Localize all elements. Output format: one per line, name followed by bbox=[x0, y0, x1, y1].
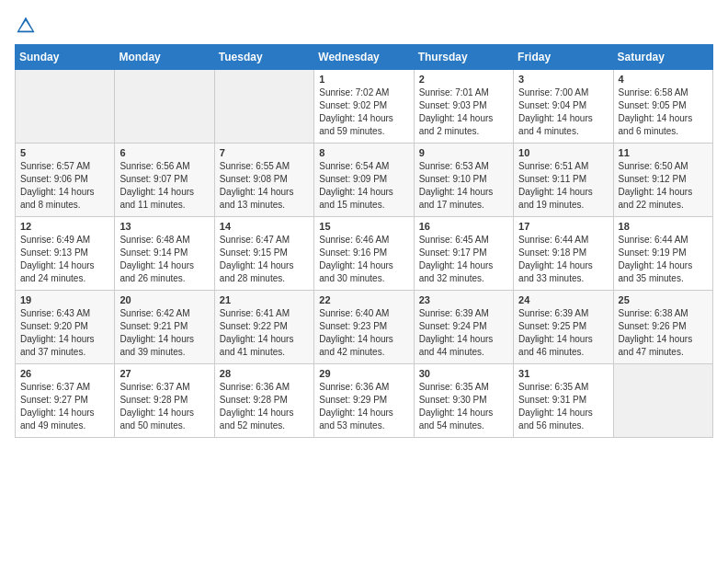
day-info: Sunrise: 7:02 AM Sunset: 9:02 PM Dayligh… bbox=[319, 86, 408, 138]
calendar-cell: 16Sunrise: 6:45 AM Sunset: 9:17 PM Dayli… bbox=[414, 217, 513, 291]
calendar-cell: 21Sunrise: 6:41 AM Sunset: 9:22 PM Dayli… bbox=[214, 291, 313, 364]
col-header-wednesday: Wednesday bbox=[314, 45, 414, 70]
col-header-tuesday: Tuesday bbox=[214, 45, 313, 70]
calendar-cell: 19Sunrise: 6:43 AM Sunset: 9:20 PM Dayli… bbox=[16, 291, 115, 364]
calendar-cell: 31Sunrise: 6:35 AM Sunset: 9:31 PM Dayli… bbox=[514, 364, 613, 438]
calendar-cell: 20Sunrise: 6:42 AM Sunset: 9:21 PM Dayli… bbox=[115, 291, 214, 364]
day-info: Sunrise: 6:47 AM Sunset: 9:15 PM Dayligh… bbox=[220, 234, 309, 285]
calendar-cell: 26Sunrise: 6:37 AM Sunset: 9:27 PM Dayli… bbox=[16, 364, 115, 438]
day-number: 15 bbox=[319, 221, 408, 232]
calendar-cell: 25Sunrise: 6:38 AM Sunset: 9:26 PM Dayli… bbox=[613, 291, 712, 364]
day-info: Sunrise: 6:36 AM Sunset: 9:28 PM Dayligh… bbox=[220, 381, 309, 432]
day-info: Sunrise: 6:38 AM Sunset: 9:26 PM Dayligh… bbox=[619, 307, 708, 359]
calendar-cell: 4Sunrise: 6:58 AM Sunset: 9:05 PM Daylig… bbox=[613, 70, 712, 144]
day-number: 26 bbox=[20, 368, 109, 379]
calendar-cell: 10Sunrise: 6:51 AM Sunset: 9:11 PM Dayli… bbox=[514, 144, 613, 217]
col-header-sunday: Sunday bbox=[16, 45, 115, 70]
day-info: Sunrise: 6:53 AM Sunset: 9:10 PM Dayligh… bbox=[419, 160, 508, 212]
logo bbox=[15, 15, 40, 37]
day-number: 7 bbox=[220, 147, 309, 158]
day-info: Sunrise: 6:55 AM Sunset: 9:08 PM Dayligh… bbox=[220, 160, 309, 212]
day-number: 8 bbox=[319, 147, 408, 158]
day-info: Sunrise: 6:44 AM Sunset: 9:18 PM Dayligh… bbox=[518, 234, 608, 285]
day-number: 19 bbox=[20, 294, 109, 305]
calendar-cell: 2Sunrise: 7:01 AM Sunset: 9:03 PM Daylig… bbox=[414, 70, 513, 144]
calendar-cell: 1Sunrise: 7:02 AM Sunset: 9:02 PM Daylig… bbox=[314, 70, 414, 144]
calendar-cell: 13Sunrise: 6:48 AM Sunset: 9:14 PM Dayli… bbox=[115, 217, 214, 291]
day-number: 21 bbox=[220, 294, 309, 305]
day-number: 9 bbox=[419, 147, 508, 158]
calendar-table: SundayMondayTuesdayWednesdayThursdayFrid… bbox=[15, 44, 713, 438]
day-info: Sunrise: 6:58 AM Sunset: 9:05 PM Dayligh… bbox=[619, 86, 708, 138]
calendar-cell: 28Sunrise: 6:36 AM Sunset: 9:28 PM Dayli… bbox=[214, 364, 313, 438]
calendar-cell: 5Sunrise: 6:57 AM Sunset: 9:06 PM Daylig… bbox=[16, 144, 115, 217]
calendar-cell: 18Sunrise: 6:44 AM Sunset: 9:19 PM Dayli… bbox=[613, 217, 712, 291]
day-info: Sunrise: 6:37 AM Sunset: 9:28 PM Dayligh… bbox=[119, 381, 209, 432]
day-number: 18 bbox=[619, 221, 708, 232]
day-info: Sunrise: 6:49 AM Sunset: 9:13 PM Dayligh… bbox=[20, 234, 109, 285]
calendar-cell: 30Sunrise: 6:35 AM Sunset: 9:30 PM Dayli… bbox=[414, 364, 513, 438]
day-number: 27 bbox=[119, 368, 209, 379]
col-header-monday: Monday bbox=[115, 45, 214, 70]
day-info: Sunrise: 6:39 AM Sunset: 9:24 PM Dayligh… bbox=[419, 307, 508, 359]
day-info: Sunrise: 6:37 AM Sunset: 9:27 PM Dayligh… bbox=[20, 381, 109, 432]
day-number: 20 bbox=[119, 294, 209, 305]
calendar-cell bbox=[214, 70, 313, 144]
calendar-cell: 11Sunrise: 6:50 AM Sunset: 9:12 PM Dayli… bbox=[613, 144, 712, 217]
calendar-cell: 3Sunrise: 7:00 AM Sunset: 9:04 PM Daylig… bbox=[514, 70, 613, 144]
day-info: Sunrise: 6:45 AM Sunset: 9:17 PM Dayligh… bbox=[419, 234, 508, 285]
day-number: 25 bbox=[619, 294, 708, 305]
day-number: 10 bbox=[518, 147, 608, 158]
day-number: 29 bbox=[319, 368, 408, 379]
day-info: Sunrise: 6:41 AM Sunset: 9:22 PM Dayligh… bbox=[220, 307, 309, 359]
day-number: 6 bbox=[119, 147, 209, 158]
day-number: 16 bbox=[419, 221, 508, 232]
day-number: 12 bbox=[20, 221, 109, 232]
day-info: Sunrise: 6:54 AM Sunset: 9:09 PM Dayligh… bbox=[319, 160, 408, 212]
day-info: Sunrise: 6:56 AM Sunset: 9:07 PM Dayligh… bbox=[119, 160, 209, 212]
day-info: Sunrise: 6:42 AM Sunset: 9:21 PM Dayligh… bbox=[119, 307, 209, 359]
day-info: Sunrise: 7:00 AM Sunset: 9:04 PM Dayligh… bbox=[518, 86, 608, 138]
day-number: 23 bbox=[419, 294, 508, 305]
day-number: 5 bbox=[20, 147, 109, 158]
day-info: Sunrise: 6:50 AM Sunset: 9:12 PM Dayligh… bbox=[619, 160, 708, 212]
calendar-cell: 22Sunrise: 6:40 AM Sunset: 9:23 PM Dayli… bbox=[314, 291, 414, 364]
col-header-thursday: Thursday bbox=[414, 45, 513, 70]
calendar-cell: 6Sunrise: 6:56 AM Sunset: 9:07 PM Daylig… bbox=[115, 144, 214, 217]
day-number: 14 bbox=[220, 221, 309, 232]
day-info: Sunrise: 6:35 AM Sunset: 9:30 PM Dayligh… bbox=[419, 381, 508, 432]
day-number: 28 bbox=[220, 368, 309, 379]
calendar-cell: 14Sunrise: 6:47 AM Sunset: 9:15 PM Dayli… bbox=[214, 217, 313, 291]
day-info: Sunrise: 6:40 AM Sunset: 9:23 PM Dayligh… bbox=[319, 307, 408, 359]
calendar-cell bbox=[16, 70, 115, 144]
col-header-saturday: Saturday bbox=[613, 45, 712, 70]
day-number: 13 bbox=[119, 221, 209, 232]
day-info: Sunrise: 6:46 AM Sunset: 9:16 PM Dayligh… bbox=[319, 234, 408, 285]
day-number: 24 bbox=[518, 294, 608, 305]
page-header bbox=[15, 15, 713, 37]
day-number: 31 bbox=[518, 368, 608, 379]
day-number: 3 bbox=[518, 74, 608, 85]
day-info: Sunrise: 6:36 AM Sunset: 9:29 PM Dayligh… bbox=[319, 381, 408, 432]
calendar-cell: 9Sunrise: 6:53 AM Sunset: 9:10 PM Daylig… bbox=[414, 144, 513, 217]
col-header-friday: Friday bbox=[514, 45, 613, 70]
day-info: Sunrise: 6:35 AM Sunset: 9:31 PM Dayligh… bbox=[518, 381, 608, 432]
calendar-cell: 23Sunrise: 6:39 AM Sunset: 9:24 PM Dayli… bbox=[414, 291, 513, 364]
day-number: 1 bbox=[319, 74, 408, 85]
day-number: 2 bbox=[419, 74, 508, 85]
calendar-cell bbox=[613, 364, 712, 438]
day-number: 4 bbox=[619, 74, 708, 85]
calendar-cell: 17Sunrise: 6:44 AM Sunset: 9:18 PM Dayli… bbox=[514, 217, 613, 291]
day-number: 17 bbox=[518, 221, 608, 232]
day-number: 22 bbox=[319, 294, 408, 305]
day-number: 30 bbox=[419, 368, 508, 379]
day-info: Sunrise: 6:43 AM Sunset: 9:20 PM Dayligh… bbox=[20, 307, 109, 359]
calendar-cell: 7Sunrise: 6:55 AM Sunset: 9:08 PM Daylig… bbox=[214, 144, 313, 217]
day-info: Sunrise: 6:57 AM Sunset: 9:06 PM Dayligh… bbox=[20, 160, 109, 212]
calendar-cell: 29Sunrise: 6:36 AM Sunset: 9:29 PM Dayli… bbox=[314, 364, 414, 438]
day-info: Sunrise: 6:44 AM Sunset: 9:19 PM Dayligh… bbox=[619, 234, 708, 285]
logo-icon bbox=[15, 15, 37, 37]
day-info: Sunrise: 6:39 AM Sunset: 9:25 PM Dayligh… bbox=[518, 307, 608, 359]
calendar-cell: 12Sunrise: 6:49 AM Sunset: 9:13 PM Dayli… bbox=[16, 217, 115, 291]
calendar-cell: 24Sunrise: 6:39 AM Sunset: 9:25 PM Dayli… bbox=[514, 291, 613, 364]
